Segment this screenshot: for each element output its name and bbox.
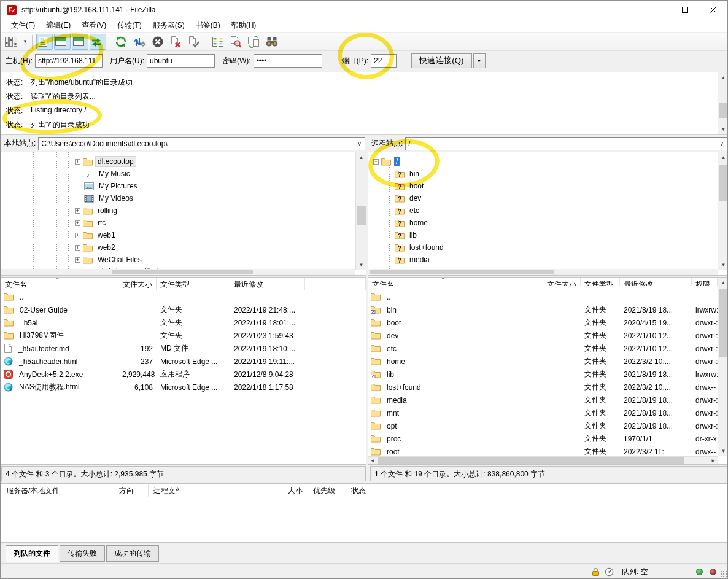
port-input[interactable] [371, 54, 397, 68]
column-header-1[interactable]: 文件大小 [118, 278, 157, 290]
toolbar-local-tree-toggle-button[interactable] [54, 34, 71, 50]
tree-item-boot[interactable]: ?boot [395, 180, 425, 192]
file-row[interactable]: _h5ai.footer.md192MD 文件2022/1/19 18:10:.… [1, 342, 366, 355]
toolbar-disconnect-button[interactable] [169, 34, 185, 50]
file-row[interactable]: lib文件夹2021/8/19 18...lrwxrw: [368, 368, 718, 381]
remote-list-hscrollbar[interactable]: ◄ ► [368, 456, 718, 464]
queue-column-3[interactable]: 大小 [260, 484, 308, 497]
file-row[interactable]: etc文件夹2022/1/10 12...drwxr-: [368, 342, 718, 355]
tree-item-my-music[interactable]: ♪My Music [75, 168, 132, 180]
tree-item-rolling[interactable]: +rolling [75, 204, 119, 217]
scroll-up-icon[interactable]: ▲ [356, 152, 366, 163]
tree-item-bin[interactable]: ?bin [395, 168, 421, 180]
host-input[interactable] [35, 54, 103, 68]
queue-column-2[interactable]: 远程文件 [149, 484, 260, 497]
scroll-up-icon[interactable]: ▲ [718, 72, 728, 83]
toolbar-refresh-button[interactable] [114, 34, 131, 50]
menu-item-2[interactable]: 查看(V) [76, 19, 112, 32]
minimize-button[interactable] [643, 1, 671, 19]
menu-item-4[interactable]: 服务器(S) [147, 19, 190, 32]
log-scrollbar[interactable]: ▲ ▼ [718, 72, 728, 134]
scrollbar-thumb[interactable] [719, 289, 728, 357]
quickconnect-dropdown-button[interactable]: ▼ [473, 53, 486, 68]
tab-1[interactable]: 传输失败 [60, 545, 105, 562]
queue-column-0[interactable]: 服务器/本地文件 [1, 484, 114, 497]
local-tree-hscrollbar[interactable] [1, 269, 355, 275]
scroll-down-icon[interactable]: ▼ [718, 260, 728, 270]
tree-expander-icon[interactable]: + [75, 159, 80, 165]
menu-item-5[interactable]: 书签(B) [190, 19, 226, 32]
tree-item-media[interactable]: ?media [395, 254, 432, 266]
column-header-2[interactable]: 文件类型 [581, 278, 620, 286]
file-row[interactable]: _h5ai.header.html237Microsoft Edge ...20… [1, 355, 366, 368]
toolbar-find-files-button[interactable] [229, 34, 246, 50]
file-row[interactable]: .. [368, 290, 718, 303]
scroll-left-icon[interactable]: ◄ [368, 457, 377, 465]
queue-column-5[interactable]: 状态 [346, 484, 438, 497]
tree-item-web2[interactable]: +web2 [75, 241, 117, 254]
tree-item-home[interactable]: ?home [395, 217, 430, 229]
tree-expander-icon[interactable]: + [75, 208, 80, 214]
scrollbar-thumb[interactable] [719, 165, 728, 201]
remote-list-scrollbar[interactable]: ▲ ▼ [718, 278, 728, 456]
column-header-1[interactable]: 文件大小 [541, 278, 581, 286]
column-header-3[interactable]: 最近修改 [230, 278, 305, 290]
local-tree-scrollbar[interactable]: ▲ ▼ [355, 152, 366, 270]
scroll-down-icon[interactable]: ▼ [356, 260, 366, 270]
scrollbar-thumb[interactable] [719, 103, 728, 118]
password-input[interactable] [254, 54, 322, 68]
file-row[interactable]: 02-User Guide文件夹2022/1/19 21:48:... [1, 303, 366, 316]
scrollbar-thumb[interactable] [378, 457, 684, 464]
chevron-down-icon[interactable]: ∨ [357, 141, 362, 147]
file-row[interactable]: bin文件夹2021/8/19 18...lrwxrw: [368, 303, 718, 316]
scroll-right-icon[interactable]: ► [709, 457, 718, 465]
username-input[interactable] [147, 54, 215, 68]
scroll-down-icon[interactable]: ▼ [718, 124, 728, 134]
tree-item-my-pictures[interactable]: My Pictures [75, 180, 139, 192]
tree-item-rtc[interactable]: +rtc [75, 217, 107, 229]
column-header-3[interactable]: 最近修改 [620, 278, 692, 286]
file-row[interactable]: AnyDesk+5.2.2.exe2,929,448应用程序2021/12/8 … [1, 368, 366, 381]
queue-column-1[interactable]: 方向 [114, 484, 149, 497]
menu-item-1[interactable]: 编辑(E) [41, 19, 76, 32]
toolbar-remote-tree-toggle-button[interactable] [72, 34, 88, 50]
file-row[interactable]: lost+found文件夹2022/3/2 10:...drwx-- [368, 381, 718, 394]
tab-0[interactable]: 列队的文件 [6, 545, 58, 562]
close-button[interactable] [699, 1, 727, 19]
tree-item-etc[interactable]: ?etc [395, 204, 421, 217]
scroll-up-icon[interactable]: ▲ [718, 278, 728, 288]
menu-item-0[interactable]: 文件(F) [6, 19, 41, 32]
toolbar-search-button[interactable] [265, 34, 282, 50]
file-row[interactable]: home文件夹2022/3/2 10:...drwxr-: [368, 355, 718, 368]
maximize-button[interactable] [671, 1, 699, 19]
scroll-down-icon[interactable]: ▼ [718, 446, 728, 456]
file-row[interactable]: NAS使用教程.html6,108Microsoft Edge ...2022/… [1, 381, 366, 394]
chevron-down-icon[interactable]: ∨ [719, 141, 724, 147]
tree-expander-icon[interactable]: + [75, 233, 80, 238]
tab-2[interactable]: 成功的传输 [106, 545, 159, 562]
queue-column-4[interactable]: 优先级 [308, 484, 346, 497]
menu-item-6[interactable]: 帮助(H) [226, 19, 262, 32]
toolbar-transfer-queue-toggle-button[interactable] [90, 34, 106, 50]
toolbar-process-queue-button[interactable] [132, 34, 150, 50]
file-row[interactable]: proc文件夹1970/1/1dr-xr-x [368, 432, 718, 445]
column-header-0[interactable]: 文件名 [368, 278, 541, 286]
chevron-down-icon[interactable]: ▼ [23, 39, 28, 44]
toolbar-cancel-button[interactable] [151, 34, 168, 50]
file-row[interactable]: root文件夹2022/3/2 11:drwx-- [368, 445, 718, 456]
remote-path-combobox[interactable]: / ∨ [405, 137, 727, 150]
file-row[interactable]: Hi3798M固件文件夹2022/1/23 1:59:43 [1, 329, 366, 342]
tree-expander-icon[interactable]: + [75, 220, 80, 226]
file-row[interactable]: media文件夹2021/8/19 18...drwxr-: [368, 394, 718, 406]
file-row[interactable]: _h5ai文件夹2022/1/19 18:01:... [1, 316, 366, 329]
toolbar-reconnect-button[interactable] [187, 34, 203, 50]
tree-item-dl-ecoo-top[interactable]: +dl.ecoo.top [75, 155, 136, 168]
tree-item-lib[interactable]: ?lib [395, 229, 419, 241]
file-row[interactable]: .. [1, 290, 366, 303]
toolbar-synchronized-browsing-button[interactable] [247, 34, 263, 50]
tree-item-wechat-files[interactable]: +WeChat Files [75, 254, 144, 266]
file-row[interactable]: boot文件夹2020/4/15 19...drwxr-: [368, 316, 718, 329]
tree-item-web1[interactable]: +web1 [75, 229, 117, 241]
scrollbar-thumb[interactable] [112, 270, 253, 274]
column-header-2[interactable]: 文件类型 [157, 278, 230, 290]
